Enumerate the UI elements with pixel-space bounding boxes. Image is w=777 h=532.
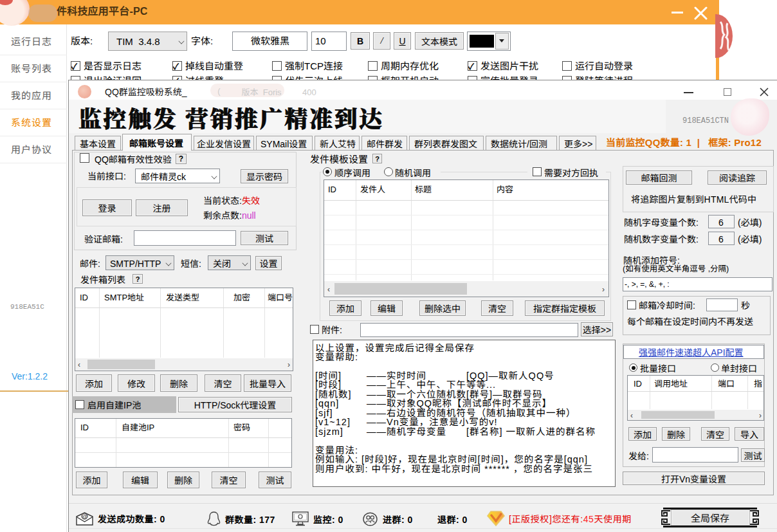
- svg-text:@: @: [82, 513, 87, 520]
